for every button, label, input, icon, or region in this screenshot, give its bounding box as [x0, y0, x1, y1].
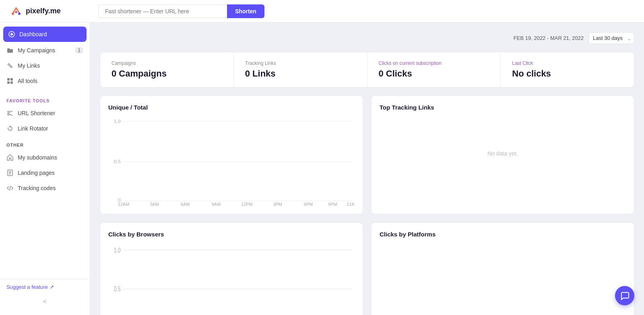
top-tracking-links-card: Top Tracking Links No data yet. — [371, 95, 634, 214]
sidebar-item-url-shortener[interactable]: URL Shortener — [0, 106, 90, 121]
date-bar: FEB 19, 2022 - MAR 21, 2022 Last 7 days … — [100, 32, 634, 44]
svg-rect-6 — [7, 81, 10, 84]
svg-text:0: 0 — [118, 198, 121, 202]
sidebar-item-dashboard[interactable]: Dashboard — [3, 27, 87, 42]
sidebar-collapse-button[interactable]: < — [0, 295, 90, 309]
svg-point-1 — [18, 12, 21, 15]
stat-clicks-subscription: Clicks on current subscription 0 Clicks — [367, 52, 501, 87]
link-rotator-label: Link Rotator — [18, 125, 48, 132]
landing-pages-label: Landing pages — [18, 170, 55, 176]
external-link-icon: ↗ — [50, 284, 54, 290]
svg-text:1.0: 1.0 — [114, 247, 121, 254]
clicks-browsers-svg: 1.0 0.5 — [108, 244, 355, 315]
stat-tracking-links: Tracking Links 0 Links — [234, 52, 367, 87]
url-shortener-label: URL Shortener — [18, 110, 55, 116]
code-icon — [6, 184, 14, 192]
main-content: FEB 19, 2022 - MAR 21, 2022 Last 7 days … — [90, 23, 644, 315]
sidebar-item-landing-pages[interactable]: Landing pages — [0, 165, 90, 180]
svg-rect-5 — [10, 78, 13, 81]
my-campaigns-label: My Campaigns — [18, 47, 55, 54]
link-icon — [6, 62, 14, 69]
all-tools-label: All tools — [18, 78, 37, 84]
grid-icon — [6, 77, 14, 85]
topbar: pixelfy.me Shorten — [0, 0, 644, 23]
clicks-platforms-card: Clicks by Platforms — [371, 222, 634, 315]
scissors-icon — [6, 110, 14, 117]
pages-icon — [6, 169, 14, 176]
shorten-button[interactable]: Shorten — [227, 4, 264, 18]
svg-text:3PM: 3PM — [273, 202, 282, 206]
stat-links-label: Tracking Links — [245, 60, 356, 66]
sidebar-item-my-campaigns[interactable]: My Campaigns 1 — [0, 43, 90, 58]
date-range-select[interactable]: Last 7 days Last 30 days Last 90 days Cu… — [588, 32, 634, 44]
svg-point-0 — [12, 12, 14, 15]
my-links-label: My Links — [18, 62, 40, 69]
sidebar-item-all-tools[interactable]: All tools — [0, 73, 90, 89]
tracking-codes-label: Tracking codes — [18, 185, 56, 191]
charts-grid: Unique / Total 1.0 0.5 0 12AM 3AM — [100, 95, 634, 315]
sidebar-item-link-rotator[interactable]: Link Rotator — [0, 121, 90, 136]
date-range-text: FEB 19, 2022 - MAR 21, 2022 — [514, 35, 584, 41]
stat-clicks-label: Clicks on current subscription — [379, 60, 489, 66]
svg-text:3AM: 3AM — [150, 202, 159, 206]
svg-rect-4 — [7, 78, 10, 81]
folder-icon — [6, 47, 14, 54]
svg-text:0.5: 0.5 — [114, 159, 121, 164]
stat-links-value: 0 Links — [245, 68, 356, 79]
sidebar-item-my-links[interactable]: My Links — [0, 58, 90, 73]
stat-last-click: Last Click No clicks — [501, 52, 634, 87]
app-name: pixelfy.me — [26, 7, 61, 15]
date-range-select-wrapper: Last 7 days Last 30 days Last 90 days Cu… — [588, 32, 634, 44]
no-data-text: No data yet. — [380, 117, 626, 190]
other-section: OTHER — [0, 136, 90, 150]
svg-text:12PM: 12PM — [241, 202, 253, 206]
suggest-feature-link[interactable]: Suggest a feature ↗ — [6, 284, 83, 290]
unique-total-area: 1.0 0.5 0 12AM 3AM 6AM 9AM 12PM 3PM — [108, 117, 355, 206]
svg-text:6AM: 6AM — [181, 202, 190, 206]
svg-point-3 — [10, 33, 13, 35]
clicks-browsers-area: 1.0 0.5 — [108, 244, 355, 315]
my-subdomains-label: My subdomains — [18, 154, 57, 161]
stat-campaigns: Campaigns 0 Campaigns — [100, 52, 234, 87]
dashboard-icon — [8, 31, 15, 38]
url-bar: Shorten — [98, 4, 299, 18]
clicks-platforms-title: Clicks by Platforms — [380, 231, 626, 238]
chat-icon — [620, 291, 629, 300]
home-icon — [6, 154, 14, 161]
logo-icon — [10, 5, 23, 18]
svg-text:12AM: 12AM — [347, 202, 355, 206]
unique-total-title: Unique / Total — [108, 104, 355, 111]
layout: Dashboard My Campaigns 1 My Links — [0, 23, 644, 315]
svg-text:12AM: 12AM — [118, 202, 130, 206]
sidebar-item-tracking-codes[interactable]: Tracking codes — [0, 180, 90, 196]
sidebar: Dashboard My Campaigns 1 My Links — [0, 23, 90, 315]
svg-text:1.0: 1.0 — [114, 119, 121, 123]
unique-total-chart: Unique / Total 1.0 0.5 0 12AM 3AM — [100, 95, 363, 214]
dashboard-label: Dashboard — [19, 31, 47, 37]
favorite-tools-section: FAVORITE TOOLS — [0, 92, 90, 106]
rotate-icon — [6, 125, 14, 132]
svg-rect-7 — [10, 81, 13, 84]
url-input[interactable] — [98, 4, 227, 18]
stat-last-click-label: Last Click — [512, 60, 623, 66]
stat-campaigns-value: 0 Campaigns — [111, 68, 222, 79]
sidebar-item-my-subdomains[interactable]: My subdomains — [0, 150, 90, 165]
logo: pixelfy.me — [10, 5, 98, 18]
sidebar-nav: Dashboard My Campaigns 1 My Links — [0, 23, 90, 279]
svg-text:9AM: 9AM — [212, 202, 221, 206]
sidebar-footer: Suggest a feature ↗ — [0, 279, 90, 295]
stat-last-click-value: No clicks — [512, 68, 623, 79]
svg-text:6PM: 6PM — [304, 202, 313, 206]
clicks-browsers-title: Clicks by Browsers — [108, 231, 355, 238]
stats-row: Campaigns 0 Campaigns Tracking Links 0 L… — [100, 52, 634, 87]
svg-text:0.5: 0.5 — [114, 286, 121, 293]
chat-bubble-button[interactable] — [615, 286, 634, 305]
campaigns-badge: 1 — [75, 47, 83, 54]
stat-campaigns-label: Campaigns — [111, 60, 222, 66]
top-tracking-title: Top Tracking Links — [380, 104, 626, 111]
svg-point-9 — [8, 114, 9, 115]
clicks-browsers-chart: Clicks by Browsers 1.0 0.5 — [100, 222, 363, 315]
unique-total-svg: 1.0 0.5 0 12AM 3AM 6AM 9AM 12PM 3PM — [108, 117, 355, 206]
stat-clicks-value: 0 Clicks — [379, 68, 489, 79]
svg-text:9PM: 9PM — [328, 202, 337, 206]
